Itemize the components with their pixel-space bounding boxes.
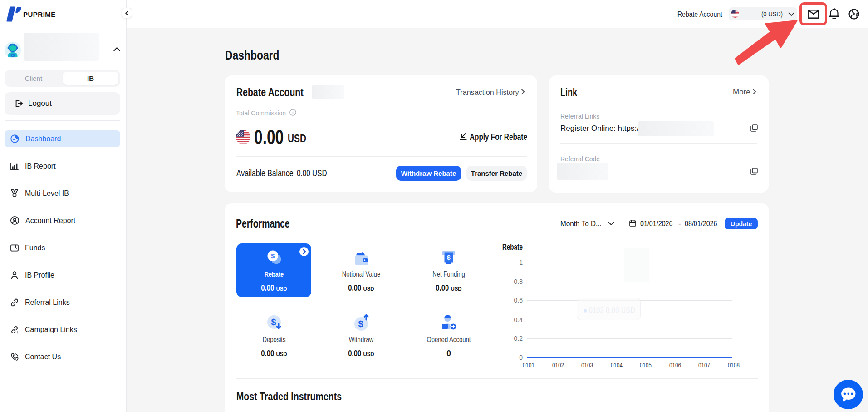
svg-text:PUPRIME: PUPRIME <box>23 10 56 18</box>
svg-text:$: $ <box>271 253 275 259</box>
svg-text:$: $ <box>447 254 451 261</box>
svg-text:$: $ <box>271 317 276 327</box>
svg-text:$: $ <box>358 319 363 329</box>
